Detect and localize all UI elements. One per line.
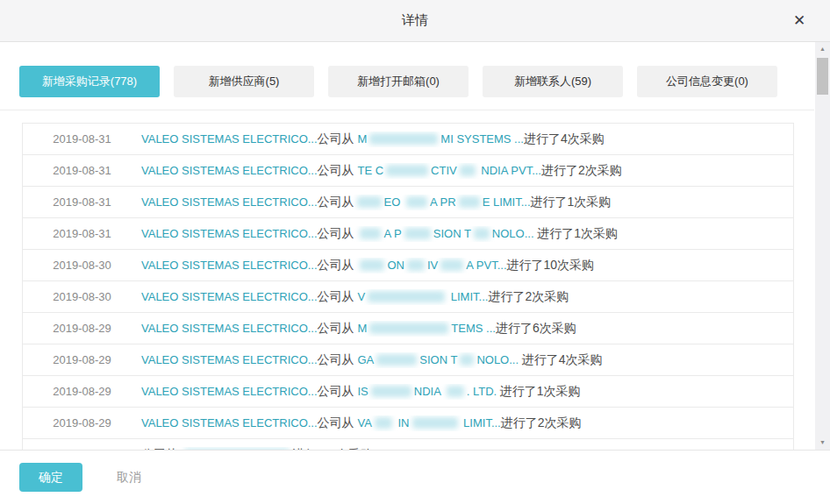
row-prefix: 公司从 (318, 289, 358, 303)
redacted-text (459, 196, 480, 208)
row-text: VALEO SISTEMAS ELECTRICO...公司从 ONIVA PVT… (141, 258, 793, 273)
supplier-fragment: A P (383, 227, 401, 240)
company-link[interactable]: VALEO SISTEMAS ELECTRICO... (141, 322, 318, 335)
purchase-list: 2019-08-31VALEO SISTEMAS ELECTRICO...公司从… (22, 123, 794, 451)
row-text: VALEO SISTEMAS ELECTRICO...公司从 TE CCTIV … (141, 163, 793, 179)
row-prefix: 公司从 (318, 195, 354, 209)
redacted-text (375, 417, 392, 429)
scrollbar[interactable]: ▲ ▼ (815, 42, 830, 450)
supplier-fragment: IN (395, 416, 410, 429)
redacted-text (357, 196, 382, 208)
row-date: 2019-08-29 (23, 385, 141, 398)
supplier-fragment: NDIA (414, 385, 444, 398)
company-link[interactable]: VALEO SISTEMAS ELECTRICO... (141, 416, 318, 429)
scrollbar-up-icon[interactable]: ▲ (815, 42, 830, 56)
supplier-fragment: LIMIT... (447, 290, 488, 303)
row-action: 进行了1次采购 (500, 384, 581, 398)
row-date: 2019-08-31 (23, 164, 141, 177)
supplier-fragment: IV (427, 259, 438, 272)
close-icon[interactable]: ✕ (790, 11, 809, 31)
redacted-text (447, 386, 464, 397)
row-date: 2019-08-31 (23, 132, 141, 146)
supplier-fragment: GA (357, 353, 374, 366)
supplier-fragment: MI SYSTEMS ... (440, 132, 524, 146)
supplier-fragment: TE C (357, 164, 383, 177)
company-link[interactable]: VALEO SISTEMAS ELECTRICO... (141, 259, 318, 272)
row-prefix: 公司从 (318, 321, 358, 335)
supplier-fragment: A PR (430, 195, 456, 209)
row-prefix: 公司从 (318, 258, 358, 272)
row-text: VALEO SISTEMAS ELECTRICO...公司从 GASION TN… (141, 352, 793, 368)
redacted-text (386, 165, 428, 176)
supplier-fragment: CTIV (431, 164, 457, 177)
redacted-text (369, 133, 438, 145)
row-date: 2019-08-30 (23, 259, 141, 272)
dialog-footer: 确定 取消 (0, 450, 830, 504)
row-date: 2019-08-30 (23, 290, 141, 303)
redacted-text (412, 417, 458, 429)
company-link[interactable]: VALEO SISTEMAS ELECTRICO... (141, 385, 318, 398)
row-date: 2019-08-29 (23, 353, 141, 366)
redacted-text (440, 259, 463, 271)
supplier-fragment: VA (357, 416, 371, 429)
scrollbar-down-icon[interactable]: ▼ (815, 436, 830, 450)
row-action: 进行了1次采购 (537, 226, 618, 240)
list-item: 2019-08-31VALEO SISTEMAS ELECTRICO...公司从… (23, 124, 793, 155)
supplier-fragment: ON (387, 259, 404, 272)
row-prefix: 公司从 (318, 384, 358, 398)
redacted-text (474, 228, 490, 239)
supplier-fragment: TEMS ... (451, 322, 496, 335)
row-action: 进行了2次采购 (488, 289, 569, 303)
list-item: 2019-08-30VALEO SISTEMAS ELECTRICO...公司从… (23, 250, 793, 281)
redacted-text (407, 259, 425, 271)
details-dialog: 详情 ✕ 新增采购记录(778)新增供应商(5)新增打开邮箱(0)新增联系人(5… (0, 0, 830, 504)
tab-bar: 新增采购记录(778)新增供应商(5)新增打开邮箱(0)新增联系人(59)公司信… (19, 66, 777, 97)
company-link[interactable]: VALEO SISTEMAS ELECTRICO... (141, 227, 318, 240)
row-prefix: 公司从 (318, 226, 358, 240)
cancel-button[interactable]: 取消 (111, 469, 147, 486)
supplier-fragment: SION T (433, 227, 471, 240)
supplier-fragment: NOLO... (492, 227, 537, 240)
dialog-title: 详情 (402, 12, 428, 29)
redacted-text (406, 196, 427, 208)
supplier-fragment: IS (357, 385, 368, 398)
supplier-fragment: NDIA PVT... (478, 164, 541, 177)
row-text: VALEO SISTEMAS ELECTRICO...公司从EO A PRE L… (141, 195, 793, 210)
scrollbar-thumb[interactable] (817, 58, 828, 95)
list-item: 2019-08-29VALEO SISTEMAS ELECTRICO...公司从… (23, 344, 793, 376)
row-text: VALEO SISTEMAS ELECTRICO...公司从 ISNDIA . … (141, 384, 793, 400)
tab-3[interactable]: 新增联系人(59) (483, 66, 623, 97)
row-action: 进行了4次采购 (524, 131, 605, 146)
list-item: 2019-08-29VALEO SISTEMAS ELECTRICO...公司从… (23, 313, 793, 344)
supplier-fragment: E LIMIT... (483, 195, 531, 209)
tab-2[interactable]: 新增打开邮箱(0) (328, 66, 469, 97)
row-prefix: 公司从 (318, 352, 358, 366)
row-prefix: 公司从 (318, 131, 358, 146)
company-link[interactable]: VALEO SISTEMAS ELECTRICO... (141, 353, 318, 366)
company-link[interactable]: VALEO SISTEMAS ELECTRICO... (141, 164, 318, 177)
row-action: 进行了2次采购 (541, 163, 622, 177)
tab-0[interactable]: 新增采购记录(778) (19, 66, 160, 97)
tab-4[interactable]: 公司信息变更(0) (637, 66, 777, 97)
row-date: 2019-08-29 (23, 322, 141, 335)
row-action: 进行了1次采购 (531, 195, 612, 209)
company-link[interactable]: VALEO SISTEMAS ELECTRICO... (141, 195, 318, 209)
company-link[interactable]: VALEO SISTEMAS ELECTRICO... (141, 290, 318, 303)
row-action: 进行了2次采购 (501, 415, 582, 429)
tab-1[interactable]: 新增供应商(5) (174, 66, 314, 97)
list-item: 2019-08-30VALEO SISTEMAS ELECTRICO...公司从… (23, 281, 793, 313)
company-link[interactable]: VALEO SISTEMAS ELECTRICO... (141, 132, 318, 146)
redacted-text (460, 165, 476, 176)
list-item: 2019-08-29VALEO SISTEMAS ELECTRICO...公司从… (23, 376, 793, 408)
redacted-text (376, 354, 417, 366)
row-date: 2019-08-31 (23, 227, 141, 240)
row-text: VALEO SISTEMAS ELECTRICO...公司从 V LIMIT..… (141, 289, 793, 305)
row-text: VALEO SISTEMAS ELECTRICO...公司从 MTEMS ...… (141, 321, 793, 337)
row-action: 进行了6次采购 (496, 321, 576, 335)
redacted-text (360, 228, 381, 239)
list-item: 2019-08-31VALEO SISTEMAS ELECTRICO...公司从… (23, 155, 793, 187)
confirm-button[interactable]: 确定 (19, 463, 82, 492)
dialog-header: 详情 ✕ (0, 0, 830, 42)
supplier-fragment: EO (384, 195, 404, 209)
row-action: 进行了4次采购 (522, 352, 603, 366)
